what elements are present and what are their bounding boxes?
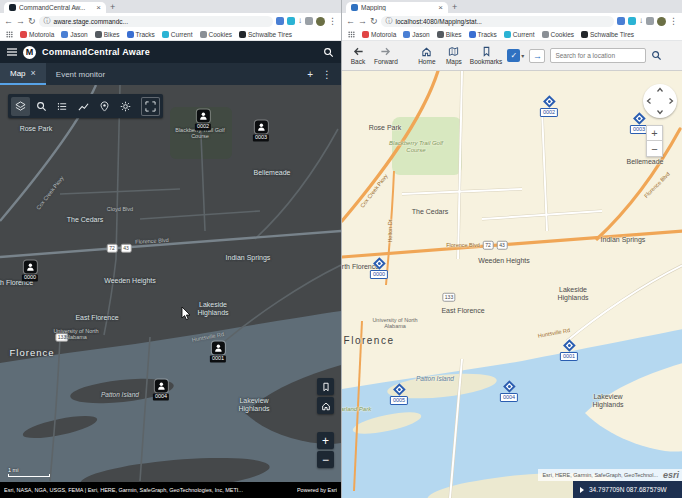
bookmark-item[interactable]: Bikes xyxy=(95,31,120,38)
gear-icon[interactable] xyxy=(116,97,135,116)
back-button[interactable]: Back xyxy=(347,46,369,65)
zoom-out-button[interactable]: − xyxy=(646,141,663,157)
bookmarks-button[interactable]: Bookmarks xyxy=(470,46,503,65)
incident-marker-0002[interactable]: 0002 xyxy=(195,109,211,130)
bookmark-item[interactable]: Cookies xyxy=(542,31,574,38)
bookmark-icon[interactable] xyxy=(317,378,334,395)
zoom-out-button[interactable]: − xyxy=(317,451,334,468)
back-icon[interactable]: ← xyxy=(4,17,13,26)
search-icon[interactable] xyxy=(323,47,334,58)
go-button[interactable]: → xyxy=(529,49,545,63)
bookmark-label: Bikes xyxy=(104,31,120,38)
downloads-icon[interactable]: ↓ xyxy=(298,17,302,25)
incident-marker-0001[interactable]: 0001 xyxy=(210,341,226,362)
chart-icon[interactable] xyxy=(74,97,93,116)
pan-control[interactable] xyxy=(643,84,677,118)
tab-event-monitor[interactable]: Event monitor xyxy=(46,63,115,85)
aware-tab-bar: Map × Event monitor + ⋮ xyxy=(0,63,341,85)
home-button[interactable]: Home xyxy=(416,46,438,65)
unit-marker-0000[interactable]: 0000 xyxy=(370,259,388,279)
close-tab-icon[interactable]: × xyxy=(438,4,443,12)
forward-button[interactable]: Forward xyxy=(374,46,398,65)
bookmark-item[interactable]: Schwalbe Tires xyxy=(239,31,292,38)
bookmark-favicon xyxy=(504,31,511,38)
scale-bar: 1 mi xyxy=(8,467,50,477)
bookmark-item[interactable]: Current xyxy=(504,31,535,38)
map-side-buttons xyxy=(317,378,334,414)
hamburger-menu-icon[interactable] xyxy=(7,47,17,57)
incident-marker-0003[interactable]: 0003 xyxy=(253,120,269,141)
bookmark-item[interactable]: Tracks xyxy=(469,31,497,38)
apps-grid-icon[interactable] xyxy=(6,31,13,38)
back-icon[interactable]: ← xyxy=(346,17,355,26)
maps-button[interactable]: Maps xyxy=(443,46,465,65)
bookmark-item[interactable]: Cookies xyxy=(200,31,232,38)
layers-icon[interactable] xyxy=(11,97,30,116)
bookmark-item[interactable]: Motorola xyxy=(362,31,396,38)
unit-marker-0005[interactable]: 0005 xyxy=(390,385,408,405)
chevron-left-icon xyxy=(645,97,653,105)
browser-tab[interactable]: Mapping × xyxy=(346,2,448,13)
extension-icon[interactable] xyxy=(276,17,284,25)
close-tab-icon[interactable]: × xyxy=(96,4,101,12)
bookmark-item[interactable]: Jason xyxy=(403,31,429,38)
search-icon[interactable] xyxy=(651,50,662,61)
zoom-in-button[interactable]: + xyxy=(317,432,334,449)
bookmark-label: Jason xyxy=(412,31,429,38)
bookmark-item[interactable]: Jason xyxy=(61,31,87,38)
apps-grid-icon[interactable] xyxy=(348,31,355,38)
menu-icon[interactable]: ⋮ xyxy=(669,17,678,26)
menu-icon[interactable]: ⋮ xyxy=(328,17,337,26)
browser-tab[interactable]: CommandCentral Aw... × xyxy=(4,2,106,13)
home-icon[interactable] xyxy=(317,397,334,414)
bookmark-label: Motorola xyxy=(371,31,396,38)
extent-icon[interactable] xyxy=(141,97,160,116)
close-tab-icon[interactable]: × xyxy=(31,68,36,78)
incident-marker-0000[interactable]: 0000 xyxy=(22,260,38,281)
profile-avatar[interactable] xyxy=(316,17,325,26)
refresh-icon[interactable]: ↻ xyxy=(28,17,36,26)
address-bar[interactable]: ⓘ aware.stage.commandc... xyxy=(39,16,273,27)
expand-icon[interactable] xyxy=(580,487,584,493)
mapping-map-canvas[interactable]: + − Esri, HERE, Garmin, SafeGraph, GeoTe… xyxy=(342,71,682,498)
bookmark-item[interactable]: Motorola xyxy=(20,31,54,38)
tab-map[interactable]: Map × xyxy=(0,63,46,85)
address-bar[interactable]: ⓘ localhost:4080/Mapping/stat... xyxy=(381,16,614,27)
marker-label: 0001 xyxy=(210,355,226,362)
extension-icon[interactable] xyxy=(287,17,295,25)
puzzle-icon[interactable] xyxy=(305,17,313,25)
location-search[interactable] xyxy=(550,48,646,63)
overflow-menu-icon[interactable]: ⋮ xyxy=(322,69,332,80)
bookmark-item[interactable]: Current xyxy=(162,31,193,38)
layer-toggle-dropdown[interactable]: ✓ ▾ xyxy=(507,49,524,62)
bookmarks-label: Bookmarks xyxy=(470,58,503,65)
site-info-icon[interactable]: ⓘ xyxy=(386,16,393,26)
zoom-in-button[interactable]: + xyxy=(646,125,663,141)
unit-marker-0004[interactable]: 0004 xyxy=(500,382,518,402)
new-tab-icon[interactable]: + xyxy=(110,3,115,12)
forward-icon[interactable]: → xyxy=(16,17,25,26)
extension-icon[interactable] xyxy=(628,17,636,25)
home-label: Home xyxy=(418,58,435,65)
puzzle-icon[interactable] xyxy=(646,17,654,25)
downloads-icon[interactable]: ↓ xyxy=(639,17,643,25)
unit-marker-0002[interactable]: 0002 xyxy=(540,97,558,117)
add-tab-icon[interactable]: + xyxy=(307,69,313,80)
bookmark-item[interactable]: Tracks xyxy=(127,31,155,38)
profile-avatar[interactable] xyxy=(657,17,666,26)
list-icon[interactable] xyxy=(53,97,72,116)
unit-marker-0001[interactable]: 0001 xyxy=(560,341,578,361)
site-info-icon[interactable]: ⓘ xyxy=(44,16,51,26)
incident-marker-0004[interactable]: 0004 xyxy=(153,379,169,400)
tab-title: CommandCentral Aw... xyxy=(19,4,93,11)
bookmark-item[interactable]: Bikes xyxy=(437,31,462,38)
forward-icon[interactable]: → xyxy=(358,17,367,26)
map-pin-icon[interactable] xyxy=(95,97,114,116)
bookmark-item[interactable]: Schwalbe Tires xyxy=(581,31,634,38)
extension-icon[interactable] xyxy=(617,17,625,25)
refresh-icon[interactable]: ↻ xyxy=(370,17,378,26)
new-tab-icon[interactable]: + xyxy=(452,3,457,12)
location-search-input[interactable] xyxy=(555,52,641,59)
search-icon[interactable] xyxy=(32,97,51,116)
aware-map-canvas[interactable]: + − 1 mi Rose ParkBlackberry Trail Golf … xyxy=(0,85,341,482)
